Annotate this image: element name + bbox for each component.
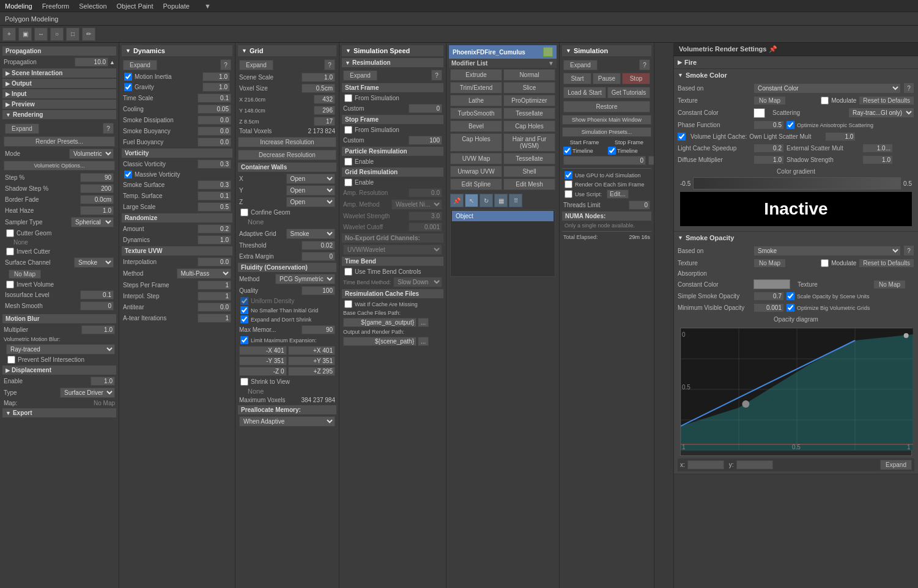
uvw-wavelet-select[interactable]: UVW/Wavelet bbox=[343, 244, 442, 255]
use-gpu-check[interactable] bbox=[564, 171, 572, 179]
select-icon[interactable]: ▣ bbox=[18, 28, 32, 41]
custom2-input[interactable] bbox=[409, 136, 442, 145]
custom-input[interactable] bbox=[409, 104, 442, 113]
antitear-input[interactable] bbox=[198, 303, 231, 312]
cx-select[interactable]: Open bbox=[286, 174, 336, 184]
mod-edit-spline[interactable]: Edit Spline bbox=[450, 178, 502, 190]
mod-slice[interactable]: Slice bbox=[503, 82, 555, 94]
scene-scale-input[interactable] bbox=[302, 73, 335, 82]
y-dim-input[interactable] bbox=[314, 106, 335, 115]
amp-method-select[interactable]: Wavelet Ni... bbox=[391, 199, 442, 210]
cz-select[interactable]: Open bbox=[286, 197, 336, 207]
dynamics-val-input[interactable] bbox=[198, 235, 231, 244]
threshold-input[interactable] bbox=[302, 241, 335, 250]
amount-input[interactable] bbox=[198, 224, 231, 233]
large-scale-input[interactable] bbox=[198, 202, 231, 211]
mod-bevel[interactable]: Bevel bbox=[450, 120, 502, 132]
opacity-diagram[interactable] bbox=[680, 328, 912, 456]
extra-margin-input[interactable] bbox=[302, 252, 335, 261]
decrease-res-btn[interactable]: Decrease Resolution bbox=[238, 150, 336, 160]
based-on-question[interactable]: ? bbox=[903, 83, 914, 94]
interp-step-input[interactable] bbox=[198, 292, 231, 301]
mod-extrude[interactable]: Extrude bbox=[450, 69, 502, 81]
mode-select[interactable]: Volumetric bbox=[69, 149, 114, 159]
mod-turbo-smooth[interactable]: TurboSmooth bbox=[450, 108, 502, 119]
cursor-icon[interactable]: ↖ bbox=[465, 194, 478, 207]
prop-spinner-up[interactable]: ▲ bbox=[109, 59, 115, 65]
mod-uvw-map[interactable]: UVW Map bbox=[450, 153, 502, 164]
simulation-header[interactable]: ▼ Simulation bbox=[562, 45, 651, 56]
sim-question[interactable]: ? bbox=[639, 59, 650, 70]
output-render-input[interactable] bbox=[343, 337, 416, 346]
lc-speedup-input[interactable] bbox=[753, 144, 784, 153]
load-start-btn[interactable]: Load & Start bbox=[563, 87, 606, 98]
scattering-select[interactable]: Ray-trac...GI only) bbox=[848, 108, 914, 118]
volumetric-options-btn[interactable]: Volumetric Options... bbox=[4, 161, 115, 171]
x-coord-input[interactable] bbox=[687, 460, 724, 469]
smoke-opacity-header[interactable]: ▼ Smoke Opacity bbox=[678, 234, 914, 241]
zpos-input[interactable] bbox=[288, 367, 336, 376]
tab-modeling[interactable]: Modeling bbox=[5, 2, 32, 10]
type-select[interactable]: Surface Driven bbox=[60, 388, 115, 398]
stop-val-input[interactable] bbox=[648, 156, 654, 165]
optimize-aniso-check[interactable] bbox=[787, 121, 794, 129]
voxel-size-input[interactable] bbox=[302, 84, 335, 93]
smoke-color-header[interactable]: ▼ Smoke Color bbox=[678, 72, 914, 79]
motion-inertia-check[interactable] bbox=[124, 73, 132, 81]
phase-input[interactable] bbox=[753, 120, 784, 130]
use-script-check[interactable] bbox=[564, 190, 572, 198]
output-render-browse[interactable]: ... bbox=[418, 337, 429, 346]
modulate-check[interactable] bbox=[821, 97, 829, 105]
prevent-self-check[interactable] bbox=[7, 356, 15, 364]
xpos-input[interactable] bbox=[288, 346, 336, 355]
interp-input[interactable] bbox=[198, 257, 231, 266]
from-sim2-check[interactable] bbox=[344, 126, 352, 134]
base-cache-input[interactable] bbox=[343, 318, 416, 327]
ray-traced-select[interactable]: Ray-traced bbox=[6, 344, 115, 355]
mod-edit-mesh[interactable]: Edit Mesh bbox=[503, 178, 555, 190]
based-on-select[interactable]: Constant Color bbox=[753, 83, 901, 94]
object-item[interactable]: Object bbox=[452, 211, 553, 221]
cutter-geom-check[interactable] bbox=[6, 229, 14, 237]
enable-input[interactable] bbox=[91, 377, 115, 386]
optimize-big-check[interactable] bbox=[787, 304, 794, 312]
propagation-input[interactable] bbox=[75, 57, 108, 67]
stop-timeline-check[interactable] bbox=[608, 147, 616, 155]
temp-surface-input[interactable] bbox=[198, 191, 231, 200]
modulate2-check[interactable] bbox=[821, 259, 829, 267]
mod-tessellate[interactable]: Tessellate bbox=[503, 108, 555, 119]
restore-btn[interactable]: Restore bbox=[563, 101, 650, 112]
show-phoenix-btn[interactable]: Show Phoenix Main Window bbox=[562, 115, 651, 125]
wavelet-cutoff-input[interactable] bbox=[409, 222, 442, 232]
scale-opacity-check[interactable] bbox=[787, 292, 794, 300]
reset-to-defaults-btn[interactable]: Reset to Defaults bbox=[859, 96, 914, 105]
mod-cap-holes[interactable]: Cap Holes bbox=[503, 120, 555, 132]
mod-shell[interactable]: Shell bbox=[503, 166, 555, 177]
x-dim-input[interactable] bbox=[314, 95, 335, 104]
mesh-smooth-input[interactable] bbox=[80, 301, 114, 311]
zneg-input[interactable] bbox=[239, 367, 287, 376]
preview-header[interactable]: ▶ Preview bbox=[2, 100, 116, 109]
base-cache-browse[interactable]: ... bbox=[418, 318, 429, 327]
steps-input[interactable] bbox=[198, 281, 231, 290]
border-fade-input[interactable] bbox=[80, 195, 114, 204]
fuel-buoyancy-input[interactable] bbox=[198, 138, 231, 147]
motion-inertia-input[interactable] bbox=[202, 72, 230, 81]
expand-opacity-btn[interactable]: Expand bbox=[880, 460, 912, 470]
tab-freeform[interactable]: Freeform bbox=[42, 2, 70, 10]
edit-btn[interactable]: Edit... bbox=[607, 189, 629, 199]
mod-tessellate2[interactable]: Tessellate bbox=[503, 153, 555, 164]
wavelet-str-input[interactable] bbox=[409, 211, 442, 221]
rendering-header[interactable]: ▼ Rendering bbox=[2, 110, 116, 119]
mod-hair-fur[interactable]: Hair and Fur (WSM) bbox=[503, 133, 555, 152]
adaptive-select[interactable]: Smoke bbox=[286, 229, 336, 239]
reset2-btn[interactable]: Reset to Defaults bbox=[859, 259, 914, 268]
brush-icon[interactable]: ✏ bbox=[82, 28, 95, 41]
wait-missing-check[interactable] bbox=[344, 300, 352, 308]
render-question[interactable]: ? bbox=[103, 123, 114, 134]
mod-cap-holes2[interactable]: Cap Holes bbox=[450, 133, 502, 152]
shadow-strength-input[interactable] bbox=[862, 155, 893, 164]
ypos-input[interactable] bbox=[288, 356, 336, 366]
isosurface-input[interactable] bbox=[80, 290, 114, 300]
step-pct-input[interactable] bbox=[80, 173, 114, 182]
